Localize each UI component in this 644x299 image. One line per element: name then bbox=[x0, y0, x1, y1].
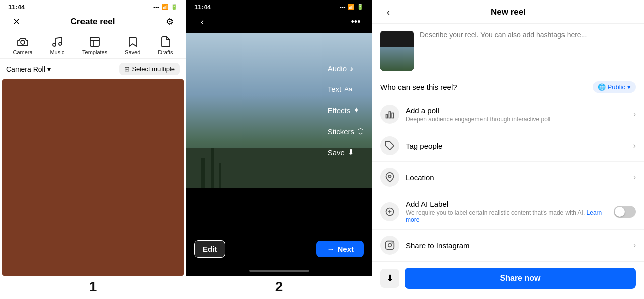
svg-rect-4 bbox=[386, 114, 388, 118]
ai-label-icon bbox=[380, 202, 399, 221]
nav-saved[interactable]: Saved bbox=[125, 36, 140, 55]
tag-content: Tag people bbox=[406, 142, 633, 150]
wifi-icon-2: 📶 bbox=[348, 4, 355, 10]
instagram-title: Share to Instagram bbox=[406, 241, 633, 250]
nav-drafts-label: Drafts bbox=[158, 49, 173, 55]
camera-roll-selector[interactable]: Camera Roll ▾ bbox=[6, 65, 51, 73]
location-icon bbox=[380, 168, 399, 187]
stickers-icon: ⬡ bbox=[357, 127, 364, 136]
nav-drafts[interactable]: Drafts bbox=[158, 36, 173, 55]
ai-label-title: Add AI Label bbox=[406, 200, 614, 208]
video-black-fill bbox=[186, 188, 372, 276]
effects-tool[interactable]: Effects ✦ bbox=[328, 106, 364, 115]
panel-2: 11:44 ▪▪▪ 📶 🔋 ‹ ••• Audio bbox=[186, 0, 372, 276]
chevron-down-icon: ▾ bbox=[47, 65, 51, 73]
select-multiple-button[interactable]: ⊞ Select multiple bbox=[119, 63, 180, 75]
wifi-icon: 📶 bbox=[162, 4, 169, 10]
stickers-tool[interactable]: Stickers ⬡ bbox=[328, 127, 364, 136]
home-indicator-2 bbox=[249, 270, 309, 272]
edit-button[interactable]: Edit bbox=[194, 240, 225, 258]
panel-2-number: 2 bbox=[186, 276, 372, 299]
new-reel-title: New reel bbox=[396, 7, 620, 17]
visibility-row: Who can see this reel? 🌐 Public ▾ bbox=[372, 76, 644, 98]
signal-icon: ▪▪▪ bbox=[153, 4, 159, 10]
back-button-3[interactable]: ‹ bbox=[380, 4, 396, 20]
svg-point-1 bbox=[53, 43, 56, 46]
svg-point-8 bbox=[389, 175, 391, 178]
time-2: 11:44 bbox=[194, 3, 211, 11]
status-icons-1: ▪▪▪ 📶 🔋 bbox=[153, 4, 178, 10]
tag-icon bbox=[380, 136, 399, 155]
panel-3-footer: ⬇ Share now bbox=[372, 261, 644, 297]
share-now-label: Share now bbox=[500, 274, 541, 282]
poll-chevron-icon: › bbox=[633, 110, 636, 119]
video-footer: Edit → Next bbox=[186, 240, 372, 258]
public-label: Public bbox=[608, 83, 625, 91]
text-tool[interactable]: Text Aa bbox=[328, 85, 364, 93]
nav-saved-label: Saved bbox=[125, 49, 140, 55]
location-option[interactable]: Location › bbox=[372, 162, 644, 193]
time-1: 11:44 bbox=[8, 3, 25, 11]
save-label: Save bbox=[328, 148, 345, 157]
nav-music[interactable]: Music bbox=[50, 36, 64, 55]
text-icon: Aa bbox=[344, 85, 352, 93]
status-bar-2: 11:44 ▪▪▪ 📶 🔋 bbox=[186, 0, 372, 12]
nav-templates-label: Templates bbox=[82, 49, 107, 55]
save-draft-button[interactable]: ⬇ bbox=[380, 269, 399, 288]
tag-title: Tag people bbox=[406, 142, 633, 150]
tag-people-option[interactable]: Tag people › bbox=[372, 130, 644, 162]
tag-chevron-icon: › bbox=[633, 141, 636, 150]
location-title: Location bbox=[406, 173, 633, 182]
poll-content: Add a poll Deepen audience engagement th… bbox=[406, 106, 633, 123]
video-preview: Audio ♪ Text Aa Effects ✦ Stickers ⬡ Sav… bbox=[186, 33, 372, 188]
svg-point-2 bbox=[59, 42, 62, 45]
poll-icon bbox=[380, 105, 399, 124]
more-options-button[interactable]: ••• bbox=[348, 14, 364, 30]
save-tool[interactable]: Save ⬇ bbox=[328, 148, 364, 157]
back-button[interactable]: ‹ bbox=[194, 14, 210, 30]
poll-title: Add a poll bbox=[406, 106, 633, 115]
header-3: ‹ New reel bbox=[372, 0, 644, 24]
nav-music-label: Music bbox=[50, 49, 64, 55]
next-arrow-icon: → bbox=[327, 245, 334, 253]
reel-thumbnail bbox=[380, 31, 414, 71]
nav-camera[interactable]: Camera bbox=[13, 36, 32, 55]
caption-input[interactable] bbox=[420, 31, 636, 61]
camera-roll-text: Camera Roll bbox=[6, 65, 45, 73]
share-now-button[interactable]: Share now bbox=[405, 268, 636, 289]
share-instagram-option[interactable]: Share to Instagram › bbox=[372, 230, 644, 261]
caption-area bbox=[372, 24, 644, 76]
poll-subtitle: Deepen audience engagement through inter… bbox=[406, 116, 633, 123]
panel-3: ‹ New reel Who can see this reel? 🌐 Publ… bbox=[372, 0, 644, 299]
settings-button[interactable]: ⚙ bbox=[162, 14, 178, 30]
status-bar-1: 11:44 ▪▪▪ 📶 🔋 bbox=[0, 0, 186, 12]
select-multiple-label: Select multiple bbox=[132, 65, 175, 73]
add-poll-option[interactable]: Add a poll Deepen audience engagement th… bbox=[372, 98, 644, 130]
camera-roll-bar: Camera Roll ▾ ⊞ Select multiple bbox=[0, 59, 186, 79]
chevron-down-icon-public: ▾ bbox=[627, 83, 631, 91]
close-button[interactable]: ✕ bbox=[8, 14, 24, 30]
next-label: Next bbox=[337, 245, 354, 253]
public-badge[interactable]: 🌐 Public ▾ bbox=[593, 81, 636, 93]
location-chevron-icon: › bbox=[633, 173, 636, 182]
nav-templates[interactable]: Templates bbox=[82, 36, 107, 55]
photo-grid[interactable] bbox=[2, 79, 184, 276]
panel-2-wrapper: 11:44 ▪▪▪ 📶 🔋 ‹ ••• Audio bbox=[186, 0, 372, 299]
svg-rect-3 bbox=[90, 37, 99, 46]
video-overlay-tools: Audio ♪ Text Aa Effects ✦ Stickers ⬡ Sav… bbox=[328, 33, 364, 188]
next-button[interactable]: → Next bbox=[316, 241, 364, 257]
audio-tool[interactable]: Audio ♪ bbox=[328, 64, 364, 73]
audio-label: Audio bbox=[328, 64, 347, 73]
ai-label-toggle[interactable] bbox=[614, 206, 636, 218]
svg-point-0 bbox=[21, 40, 25, 44]
instagram-chevron-icon: › bbox=[633, 241, 636, 250]
ai-label-option[interactable]: Add AI Label We require you to label cer… bbox=[372, 193, 644, 230]
instagram-content: Share to Instagram bbox=[406, 241, 633, 250]
effects-icon: ✦ bbox=[353, 106, 360, 115]
audio-icon: ♪ bbox=[350, 64, 354, 73]
select-multiple-icon: ⊞ bbox=[124, 65, 130, 73]
nav-icons-bar: Camera Music Templates Saved Drafts bbox=[0, 33, 186, 59]
svg-rect-6 bbox=[392, 113, 393, 118]
signal-icon-2: ▪▪▪ bbox=[340, 4, 346, 10]
visibility-label: Who can see this reel? bbox=[380, 83, 457, 91]
